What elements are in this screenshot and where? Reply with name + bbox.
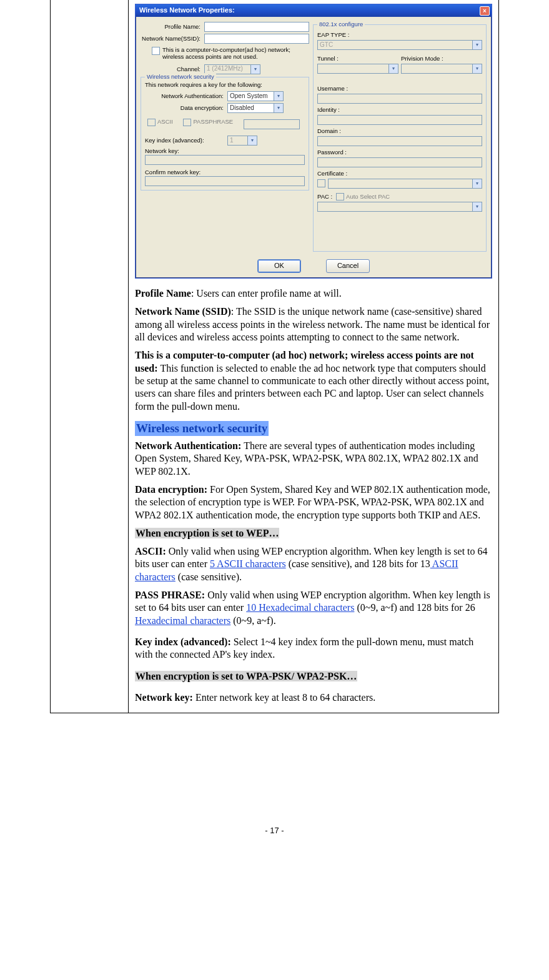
passphrase-checkbox[interactable]: PASSPHRASE [183, 118, 233, 126]
priv-label: Privision Mode : [401, 55, 482, 62]
autopac-checkbox[interactable]: Auto Select PAC [336, 192, 390, 200]
para-enc: Data encryption: For Open System, Shared… [135, 483, 492, 522]
channel-label: Channel: [141, 66, 202, 73]
subheading-wep: When encryption is set to WEP… [135, 527, 492, 540]
chevron-down-icon: ▾ [247, 136, 257, 145]
ok-button[interactable]: OK [257, 259, 301, 273]
profile-name-label: Profile Name: [141, 23, 202, 31]
auth-label: Network Authentication: [145, 92, 225, 100]
tunnel-select[interactable]: ▾ [317, 64, 398, 74]
chevron-down-icon: ▾ [472, 179, 482, 188]
profile-name-input[interactable] [204, 22, 309, 32]
heading-security: Wireless network security [135, 421, 269, 436]
auth-select[interactable]: Open System ▾ [227, 91, 284, 101]
confirm-label: Confirm network key: [145, 169, 305, 176]
enc-select[interactable]: Disabled ▾ [227, 103, 284, 113]
para-ascii: ASCII: Only valid when using WEP encrypt… [135, 545, 492, 583]
passphrase-input[interactable] [244, 119, 300, 129]
chevron-down-icon: ▾ [274, 92, 283, 101]
password-label: Password : [317, 149, 482, 156]
link-26-hex[interactable]: Hexadecimal characters [135, 615, 230, 626]
para-passphrase: PASS PHRASE: Only valid when using WEP e… [135, 589, 492, 627]
identity-label: Identity : [317, 106, 482, 114]
dialog-title: Wireless Network Properties: [139, 6, 235, 15]
enc-label: Data encryption: [145, 104, 225, 112]
tunnel-label: Tunnel : [317, 55, 398, 62]
security-legend: Wireless network security [145, 73, 216, 81]
link-5-ascii[interactable]: 5 ASCII characters [210, 558, 286, 569]
close-icon[interactable]: × [480, 6, 490, 16]
keyindex-select[interactable]: 1 ▾ [227, 136, 257, 146]
netkey-input[interactable] [145, 155, 305, 165]
chevron-down-icon: ▾ [472, 202, 482, 211]
chevron-down-icon: ▾ [250, 65, 260, 74]
keyindex-label: Key index (advanced): [145, 137, 225, 144]
table-right-cell: Wireless Network Properties: × Profile N… [129, 0, 498, 713]
pac-label: PAC : [317, 193, 332, 200]
ascii-checkbox[interactable]: ASCII [147, 118, 173, 126]
cancel-button[interactable]: Cancel [326, 259, 370, 273]
wireless-properties-dialog: Wireless Network Properties: × Profile N… [135, 4, 492, 279]
security-fieldset: Wireless network security This network r… [141, 77, 309, 191]
dialog-titlebar[interactable]: Wireless Network Properties: × [136, 4, 492, 17]
cert-select[interactable]: ▾ [328, 179, 482, 189]
para-auth: Network Authentication: There are severa… [135, 440, 492, 478]
para-netkey: Network key: Enter network key at least … [135, 691, 492, 704]
chevron-down-icon: ▾ [274, 104, 283, 112]
priv-select[interactable]: ▾ [401, 64, 482, 74]
domain-label: Domain : [317, 127, 482, 135]
domain-input[interactable] [317, 136, 482, 146]
table-left-cell [51, 0, 129, 713]
page-number: - 17 - [0, 826, 549, 835]
ssid-input[interactable] [204, 34, 309, 44]
ssid-label: Network Name(SSID): [141, 35, 202, 42]
subheading-wpa: When encryption is set to WPA-PSK/ WPA2-… [135, 670, 492, 683]
chevron-down-icon: ▾ [388, 64, 398, 73]
link-10-hex[interactable]: 10 Hexadecimal characters [246, 602, 354, 613]
adhoc-label: This is a computer-to-computer(ad hoc) n… [162, 46, 306, 61]
para-adhoc: This is a computer-to-computer (ad hoc) … [135, 349, 492, 413]
eap-label: EAP TYPE : [317, 31, 482, 39]
netkey-label: Network key: [145, 147, 305, 155]
cert-checkbox[interactable] [317, 179, 325, 187]
pac-select[interactable]: ▾ [317, 202, 482, 212]
security-intro: This network requires a key for the foll… [145, 81, 305, 89]
chevron-down-icon: ▾ [472, 64, 482, 73]
para-profile-name: Profile Name: Users can enter profile na… [135, 287, 492, 300]
user-label: Username : [317, 85, 482, 92]
cert-label: Certificate : [317, 170, 482, 177]
user-input[interactable] [317, 94, 482, 104]
para-keyindex: Key index (advanced): Select 1~4 key ind… [135, 636, 492, 661]
dot1x-fieldset: 802.1x configure EAP TYPE : GTC ▾ Tunnel… [313, 24, 487, 252]
adhoc-checkbox[interactable] [152, 47, 160, 55]
para-ssid: Network Name (SSID): The SSID is the uni… [135, 305, 492, 344]
password-input[interactable] [317, 157, 482, 167]
identity-input[interactable] [317, 115, 482, 125]
dot1x-legend: 802.1x configure [317, 21, 365, 28]
confirm-input[interactable] [145, 176, 305, 186]
eap-select[interactable]: GTC ▾ [317, 40, 482, 50]
chevron-down-icon: ▾ [472, 41, 482, 49]
